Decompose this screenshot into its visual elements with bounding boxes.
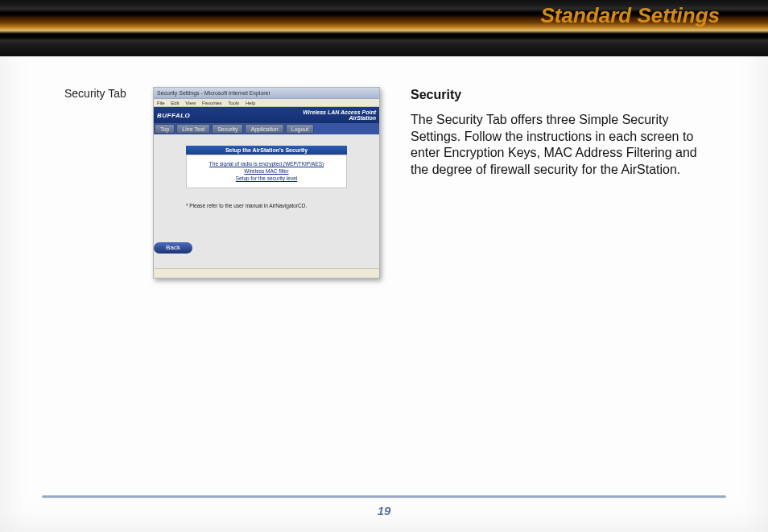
section-body: The Security Tab offers three Simple Sec… xyxy=(411,112,716,179)
brand-logo: BUFFALO xyxy=(157,112,190,119)
tab-logout[interactable]: Logout xyxy=(286,124,314,134)
link-mac-filter[interactable]: Wireless MAC filter xyxy=(187,168,346,174)
menu-help[interactable]: Help xyxy=(246,101,255,105)
header-band: Standard Settings xyxy=(0,0,768,56)
window-titlebar: Security Settings - Microsoft Internet E… xyxy=(154,88,379,99)
menu-view[interactable]: View xyxy=(185,101,196,105)
brand-product: Wireless LAN Access Point AirStation xyxy=(303,109,376,121)
brand-product-top: Wireless LAN Access Point xyxy=(303,109,376,115)
link-security-level[interactable]: Setup for the security level xyxy=(187,175,346,181)
figure-caption: Security Tab xyxy=(64,87,126,100)
tab-top[interactable]: Top xyxy=(155,124,175,134)
menu-tools[interactable]: Tools xyxy=(228,101,239,105)
screenshot-figure: Security Settings - Microsoft Internet E… xyxy=(153,87,380,278)
tabs-bar: Top Line Test Security Application Logou… xyxy=(154,123,379,134)
browser-menubar: File Edit View Favorites Tools Help xyxy=(154,99,379,107)
footer-rule xyxy=(42,495,726,498)
section-heading: Security xyxy=(411,87,716,104)
link-encryption[interactable]: The signal of radio is encrypted.(WEP/TK… xyxy=(187,161,346,167)
link-panel: The signal of radio is encrypted.(WEP/TK… xyxy=(186,155,347,188)
description-column: Security The Security Tab offers three S… xyxy=(411,87,716,179)
back-button[interactable]: Back xyxy=(154,242,192,254)
menu-edit[interactable]: Edit xyxy=(171,101,179,105)
page-title: Standard Settings xyxy=(541,3,720,28)
page-number: 19 xyxy=(0,504,768,518)
browser-statusbar xyxy=(154,268,379,278)
setup-title: Setup the AirStation's Security xyxy=(186,146,347,155)
footnote: * Please refer to the user manual in Air… xyxy=(186,203,379,208)
tab-application[interactable]: Application xyxy=(245,124,283,134)
screenshot-body: Setup the AirStation's Security The sign… xyxy=(154,134,379,278)
tab-security[interactable]: Security xyxy=(212,124,243,134)
manual-page: Standard Settings Security Tab Security … xyxy=(0,0,768,532)
tab-line-test[interactable]: Line Test xyxy=(176,124,210,134)
brand-product-bottom: AirStation xyxy=(303,115,376,121)
menu-file[interactable]: File xyxy=(157,101,165,105)
menu-favorites[interactable]: Favorites xyxy=(202,101,222,105)
brand-bar: BUFFALO Wireless LAN Access Point AirSta… xyxy=(154,107,379,123)
content-area: Security Tab Security Settings - Microso… xyxy=(0,80,768,484)
